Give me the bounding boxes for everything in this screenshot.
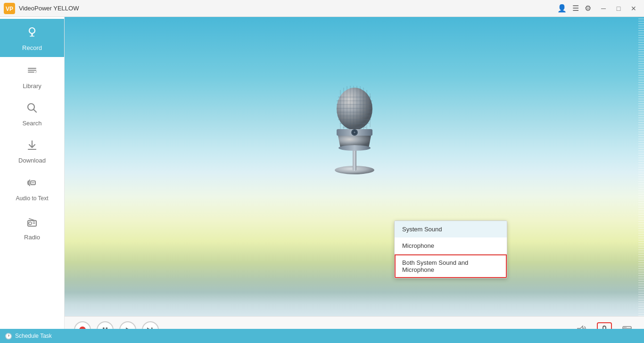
app-logo-icon: VP	[4, 3, 15, 14]
download-icon	[26, 139, 38, 154]
svg-text:♪: ♪	[35, 69, 37, 74]
titlebar-controls: ─ □ ✕	[597, 4, 640, 13]
svg-text:VP: VP	[6, 6, 13, 12]
svg-line-10	[34, 110, 37, 113]
search-icon	[26, 102, 38, 117]
settings-icon[interactable]: ⚙	[585, 4, 591, 13]
microphone-illustration	[324, 74, 385, 177]
sidebar-item-library[interactable]: ♪ Library	[0, 57, 64, 95]
audio-to-text-icon	[25, 176, 39, 192]
library-icon: ♪	[25, 64, 39, 80]
sidebar-label-search: Search	[22, 120, 41, 127]
menu-icon[interactable]: ☰	[572, 4, 579, 13]
schedule-clock-icon: 🕐	[5, 333, 12, 340]
titlebar-icons: 👤 ☰ ⚙	[557, 4, 591, 13]
svg-point-45	[339, 145, 371, 151]
sidebar-label-radio: Radio	[24, 234, 40, 241]
sidebar-label-download: Download	[18, 157, 46, 164]
status-bar: 🕐 Schedule Task	[0, 329, 644, 343]
maximize-button[interactable]: □	[612, 4, 625, 13]
svg-point-15	[29, 222, 32, 225]
sidebar: Record ♪ Library Search Download	[0, 17, 65, 343]
main-area: System Sound Microphone Both System Soun…	[65, 17, 644, 343]
sidebar-label-record: Record	[22, 44, 42, 51]
sidebar-label-audio-to-text: Audio to Text	[16, 195, 48, 203]
dropdown-system-sound[interactable]: System Sound	[395, 221, 507, 237]
titlebar-left: VP VideoPower YELLOW	[4, 3, 79, 14]
svg-point-2	[29, 28, 35, 33]
svg-rect-3	[32, 33, 33, 36]
schedule-task-label[interactable]: Schedule Task	[15, 333, 52, 339]
svg-point-58	[626, 327, 627, 328]
sidebar-item-radio[interactable]: Radio	[0, 208, 64, 246]
titlebar-title: VideoPower YELLOW	[19, 5, 79, 12]
dropdown-microphone[interactable]: Microphone	[395, 237, 507, 254]
sidebar-label-library: Library	[23, 82, 41, 90]
dropdown-both[interactable]: Both System Sound and Microphone	[395, 254, 507, 278]
svg-point-21	[337, 88, 372, 130]
svg-point-44	[354, 131, 355, 133]
background-area: System Sound Microphone Both System Soun…	[65, 17, 644, 316]
sidebar-item-download[interactable]: Download	[0, 132, 64, 170]
titlebar: VP VideoPower YELLOW 👤 ☰ ⚙ ─ □ ✕	[0, 0, 644, 17]
sidebar-item-record[interactable]: Record	[0, 19, 64, 57]
minimize-button[interactable]: ─	[597, 4, 610, 13]
dots-decoration	[638, 17, 644, 316]
user-icon[interactable]: 👤	[557, 4, 567, 13]
svg-point-57	[624, 327, 625, 328]
sidebar-item-audio-to-text[interactable]: Audio to Text	[0, 170, 64, 208]
svg-rect-4	[30, 36, 34, 37]
close-button[interactable]: ✕	[627, 4, 640, 13]
sidebar-item-search[interactable]: Search	[0, 95, 64, 132]
audio-source-dropdown: System Sound Microphone Both System Soun…	[394, 220, 507, 278]
record-icon	[25, 25, 39, 41]
radio-icon	[25, 215, 39, 231]
